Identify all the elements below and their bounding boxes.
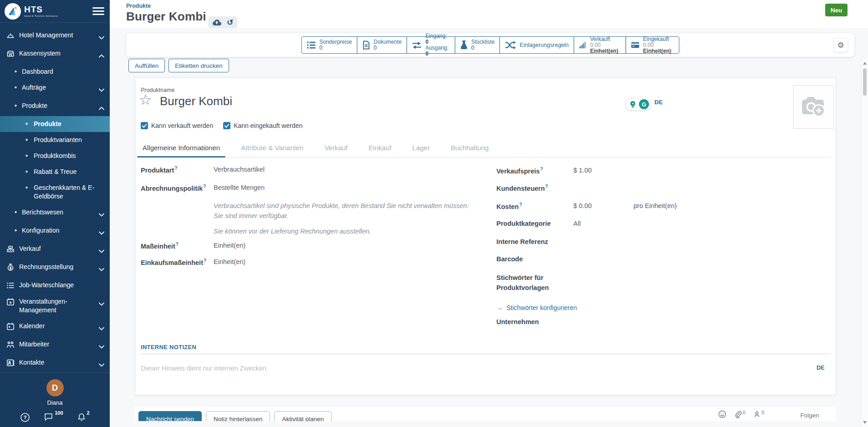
scroll-up-arrow[interactable] <box>863 62 867 65</box>
sidebar-item-kontakte[interactable]: Kontakte <box>0 355 110 372</box>
sidebar-item-produkte[interactable]: Produkte <box>0 116 110 132</box>
stat-dokumente[interactable]: Dokumente0 <box>357 36 407 54</box>
field-value[interactable]: All <box>573 220 581 227</box>
attachment-count: 0 <box>743 410 745 418</box>
sidebar-item-produkte-group[interactable]: Produkte <box>0 98 110 116</box>
tab-einkauf[interactable]: Einkauf <box>367 144 393 157</box>
can-sell-checkbox[interactable]: Kann verkauft werden <box>141 122 213 129</box>
field-value[interactable]: Verbrauchsartikel <box>214 166 265 173</box>
help-icon[interactable]: ? <box>540 167 543 172</box>
chevron-down-icon <box>96 86 104 94</box>
stat-eingang-ausgang[interactable]: Eingang: 0 Ausgang: 0 <box>407 36 455 54</box>
field-value[interactable]: Bestellte Mengen <box>214 184 265 191</box>
help-icon[interactable]: ? <box>203 184 206 189</box>
sidebar-item-label: Produkte <box>34 120 63 128</box>
internal-notes-input[interactable]: Dieser Hinweis dient nur internen Zwecke… <box>141 365 268 372</box>
sidebar-item-auftraege[interactable]: Aufträge <box>0 80 110 98</box>
help-button[interactable]: ? <box>20 412 30 422</box>
auffuellen-button[interactable]: Auffüllen <box>128 59 165 72</box>
field-value[interactable]: Einheit(en) <box>214 242 245 249</box>
sidebar-item-label: Aufträge <box>22 83 48 92</box>
product-name-input[interactable]: Burger Kombi <box>160 94 232 108</box>
new-button[interactable]: Neu <box>825 4 848 16</box>
field-label: Barcode <box>496 255 573 263</box>
breadcrumb[interactable]: Produkte <box>126 3 151 9</box>
sidebar-item-kassensystem[interactable]: Kassensystem <box>0 46 110 64</box>
notes-language-badge[interactable]: DE <box>817 365 824 371</box>
schedule-activity-button[interactable]: Aktivität planen <box>274 411 332 421</box>
sidebar-item-verkauf[interactable]: Verkauf <box>0 241 110 259</box>
cloud-save-icon[interactable] <box>212 19 221 26</box>
bullet-icon <box>26 168 30 176</box>
sidebar-item-berichtswesen[interactable]: Berichtswesen <box>0 204 110 223</box>
send-message-button[interactable]: Nachricht senden <box>138 411 202 421</box>
scroll-down-arrow[interactable] <box>863 421 867 424</box>
sidebar-item-dashboard[interactable]: Dashboard <box>0 64 110 80</box>
field-value[interactable]: $ 0.00 <box>573 202 621 209</box>
chevron-down-icon <box>96 229 104 237</box>
sidebar-item-mitarbeiter[interactable]: Mitarbeiter <box>0 336 110 355</box>
sidebar-item-rabatt-treue[interactable]: Rabatt & Treue <box>0 164 110 180</box>
stat-sonderpreise[interactable]: Sonderpreise0 <box>301 36 357 54</box>
settings-gear-button[interactable]: ⚙ <box>833 38 848 52</box>
configure-keywords-link[interactable]: → Stichwörter konfigurieren <box>496 304 577 311</box>
sidebar-item-produktkombis[interactable]: Produktkombis <box>0 148 110 164</box>
stat-verkauft[interactable]: Verkauft 0.00 Einheit(en) <box>574 36 626 54</box>
tab-buchhaltung[interactable]: Buchhaltung <box>449 144 490 157</box>
tab-attribute-varianten[interactable]: Attribute & Varianten <box>239 144 305 157</box>
grammar-g-icon[interactable]: G <box>639 99 649 109</box>
stat-einlagerungsregeln[interactable]: Einlagerungsregeln <box>500 36 574 54</box>
sidebar-item-kalender[interactable]: Kalender <box>0 318 110 336</box>
help-icon[interactable]: ? <box>519 202 522 207</box>
sidebar-item-job-warteschlange[interactable]: Job-Warteschlange <box>0 277 110 294</box>
sidebar-item-veranstaltungen[interactable]: Veranstaltungen-Management <box>0 294 110 318</box>
followers-icon[interactable]: 0 <box>753 410 765 418</box>
sidebar-item-konfiguration[interactable]: Konfiguration <box>0 223 110 241</box>
field-language-badge[interactable]: DE <box>654 99 663 106</box>
help-icon[interactable]: ? <box>176 242 179 247</box>
help-icon[interactable]: ? <box>204 258 206 263</box>
sidebar-item-produktvarianten[interactable]: Produktvarianten <box>0 132 110 148</box>
product-type-help-text: Verbrauchsartikel sind physische Produkt… <box>214 201 477 221</box>
tab-lager[interactable]: Lager <box>410 144 431 157</box>
sidebar-item-label: Rechnungsstellung <box>19 263 75 271</box>
field-barcode: Barcode <box>496 255 573 263</box>
etiketten-drucken-button[interactable]: Etiketten drucken <box>168 59 229 72</box>
scrollbar-thumb[interactable] <box>863 68 867 96</box>
stat-stueckliste[interactable]: Stückliste0 <box>455 36 500 54</box>
paperclip-icon[interactable]: 0 <box>734 410 745 418</box>
avatar[interactable]: D <box>46 379 64 396</box>
sidebar-item-geschenkkarten[interactable]: Geschenkkarten & E-Geldbörse <box>0 180 110 204</box>
product-image-placeholder[interactable] <box>793 85 834 129</box>
lightbulb-icon[interactable] <box>628 99 638 109</box>
stat-unit: Einheit(en) <box>590 48 618 54</box>
sidebar-item-label: Konfiguration <box>22 226 61 235</box>
undo-icon[interactable]: ↺ <box>227 19 233 26</box>
chatter-buttons: Nachricht senden Notiz hinterlassen Akti… <box>138 411 332 421</box>
tab-allgemeine-informationen[interactable]: Allgemeine Informationen <box>141 144 222 157</box>
sidebar: HTS Hotel & Tourism Solutions Hotel Mana… <box>0 0 110 427</box>
cash-register-icon <box>5 244 15 254</box>
tab-verkauf[interactable]: Verkauf <box>322 144 349 157</box>
stat-label: Ausgang: <box>425 45 449 51</box>
hts-logo[interactable] <box>5 3 21 20</box>
sidebar-item-hotel-management[interactable]: Hotel Management <box>0 27 110 46</box>
sidebar-item-rechnungsstellung[interactable]: Rechnungsstellung <box>0 259 110 277</box>
help-icon[interactable]: ? <box>174 166 177 171</box>
log-note-button[interactable]: Notiz hinterlassen <box>206 411 270 421</box>
favorite-star-icon[interactable]: ☆ <box>139 92 152 107</box>
field-label: Unternehmen <box>496 318 573 325</box>
can-buy-checkbox[interactable]: Kann eingekauft werden <box>223 122 302 129</box>
notifications-button[interactable]: 2 <box>77 412 90 422</box>
field-value[interactable]: Einheit(en) <box>214 258 245 265</box>
field-value[interactable]: $ 1.00 <box>573 167 592 174</box>
follow-button[interactable]: Folgen <box>800 412 819 419</box>
hamburger-icon[interactable] <box>92 5 104 17</box>
stat-count: 0 <box>319 45 352 51</box>
stat-eingekauft[interactable]: Eingekauft 0.00 Einheit(en) <box>626 36 679 54</box>
translation-extension-pill: G <box>625 98 651 111</box>
help-icon[interactable]: ? <box>545 184 548 189</box>
chat-button[interactable]: 100 <box>44 412 63 422</box>
emoji-icon[interactable] <box>718 410 726 418</box>
sidebar-item-label: Job-Warteschlange <box>19 281 76 290</box>
